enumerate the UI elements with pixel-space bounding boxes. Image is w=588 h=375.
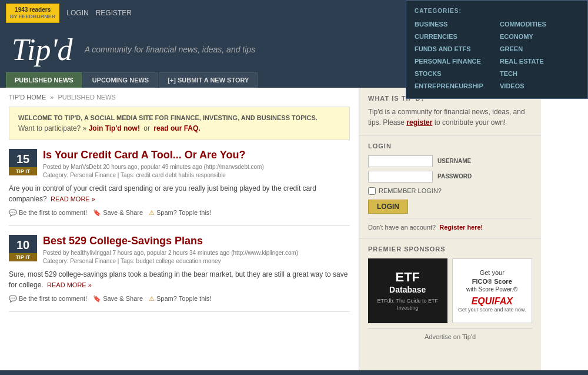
article-1: 15 TIP IT Is Your Credit Card A Tool... … xyxy=(9,149,350,226)
article-1-read-more[interactable]: READ MORE » xyxy=(51,195,95,203)
logo-tagline: A community for financial news, ideas, a… xyxy=(85,45,256,54)
feedburner-button[interactable]: 1943 readers BY FEEDBURNER xyxy=(6,4,59,23)
feedburner-sub: BY FEEDBURNER xyxy=(10,14,55,21)
equifax-rate: Get your score and rate now. xyxy=(458,307,526,313)
cat-funds[interactable]: FUNDS AND ETFS xyxy=(415,44,494,54)
sponsors-grid: ETF Database ETFdb: The Guide to ETF Inv… xyxy=(368,258,532,323)
username-input[interactable] xyxy=(368,155,433,167)
article-2-category: Category: Personal Finance | Tags: budge… xyxy=(43,258,298,264)
breadcrumb-current: PUBLISHED NEWS xyxy=(58,94,115,101)
register-link[interactable]: REGISTER xyxy=(96,9,132,17)
join-link[interactable]: Join Tip'd now! xyxy=(89,124,140,132)
cat-stocks[interactable]: STOCKS xyxy=(415,68,494,79)
fico-line2: FICO® Score xyxy=(472,277,512,286)
advertise-link[interactable]: Advertise on Tip'd xyxy=(368,328,532,345)
nav-upcoming[interactable]: UPCOMING NEWS xyxy=(83,72,158,88)
article-1-category: Category: Personal Finance | Tags: credi… xyxy=(43,172,264,178)
sponsor-etf[interactable]: ETF Database ETFdb: The Guide to ETF Inv… xyxy=(368,258,447,323)
article-2: 10 TIP IT Best 529 College-Savings Plans… xyxy=(9,235,350,312)
categories-label: CATEGORIES: xyxy=(415,8,579,14)
no-account-text: Don't have an account? Register here! xyxy=(368,218,532,231)
welcome-cta-text: Want to participate? » xyxy=(18,124,86,132)
article-2-tip-label[interactable]: TIP IT xyxy=(9,253,37,261)
cat-entrepreneurship[interactable]: ENTREPRENEURSHIP xyxy=(415,81,494,91)
cat-business[interactable]: BUSINESS xyxy=(415,19,494,29)
etf-tagline: ETFdb: The Guide to ETF Investing xyxy=(371,298,445,311)
warn-icon-2: ⚠ xyxy=(149,295,155,303)
sidebar-register-here[interactable]: Register here! xyxy=(439,224,483,231)
article-1-title[interactable]: Is Your Credit Card A Tool... Or Are You… xyxy=(43,149,264,161)
login-section: LOGIN USERNAME PASSWORD REMEMBER LOGIN? … xyxy=(359,135,541,238)
cat-green[interactable]: GREEN xyxy=(500,44,579,54)
article-1-actions: 💬 Be the first to comment! 🔖 Save & Shar… xyxy=(9,209,350,217)
categories-dropdown: CATEGORIES: BUSINESS COMMODITIES CURRENC… xyxy=(406,0,588,99)
save-icon-1: 🔖 xyxy=(93,209,101,217)
article-2-read-more[interactable]: READ MORE » xyxy=(47,281,92,288)
sponsor-equifax[interactable]: Get your FICO® Score with Score Power.® … xyxy=(452,258,533,323)
save-icon-2: 🔖 xyxy=(93,295,101,303)
article-2-comment[interactable]: 💬 Be the first to comment! xyxy=(9,295,87,303)
article-1-save[interactable]: 🔖 Save & Share xyxy=(93,209,143,217)
breadcrumb-home[interactable]: TIP'D HOME xyxy=(9,94,46,101)
cat-tech[interactable]: TECH xyxy=(500,68,579,79)
password-input[interactable] xyxy=(368,171,433,182)
or-text: or xyxy=(143,124,150,132)
equifax-brand: EQUIFAX xyxy=(472,296,513,307)
article-1-score-block: 15 TIP IT xyxy=(9,149,37,175)
fico-line3: with Score Power.® xyxy=(466,286,517,293)
article-2-header: Best 529 College-Savings Plans Posted by… xyxy=(43,235,298,264)
content-area: TIP'D HOME » PUBLISHED NEWS WELCOME TO T… xyxy=(0,88,359,370)
article-2-score-block: 10 TIP IT xyxy=(9,235,37,261)
sponsors-title: PREMIER SPONSORS xyxy=(368,245,532,253)
cat-real-estate[interactable]: REAL ESTATE xyxy=(500,56,579,67)
remember-checkbox[interactable] xyxy=(368,187,376,195)
article-2-spam[interactable]: ⚠ Spam? Topple this! xyxy=(149,295,211,303)
breadcrumb: TIP'D HOME » PUBLISHED NEWS xyxy=(9,94,350,101)
comment-icon-2: 💬 xyxy=(9,295,17,303)
header-top-left: 1943 readers BY FEEDBURNER LOGIN REGISTE… xyxy=(6,4,132,23)
article-2-save[interactable]: 🔖 Save & Share xyxy=(93,295,143,303)
article-1-excerpt: Are you in control of your credit card s… xyxy=(9,183,350,204)
logo-text[interactable]: Tip'd xyxy=(12,32,73,67)
remember-label: REMEMBER LOGIN? xyxy=(379,187,442,194)
password-row: PASSWORD xyxy=(368,171,532,182)
login-link[interactable]: LOGIN xyxy=(66,9,88,17)
nav-published[interactable]: PUBLISHED NEWS xyxy=(6,72,82,88)
cat-videos[interactable]: VIDEOS xyxy=(500,81,579,91)
username-row: USERNAME xyxy=(368,155,532,167)
cat-economy[interactable]: ECONOMY xyxy=(500,31,579,42)
login-title: LOGIN xyxy=(368,142,532,150)
article-2-actions: 💬 Be the first to comment! 🔖 Save & Shar… xyxy=(9,295,350,303)
faq-link[interactable]: read our FAQ. xyxy=(153,124,200,132)
etf-subtitle: Database xyxy=(389,285,426,294)
article-1-header: Is Your Credit Card A Tool... Or Are You… xyxy=(43,149,264,178)
categories-grid: BUSINESS COMMODITIES CURRENCIES ECONOMY … xyxy=(415,19,579,91)
article-1-comment[interactable]: 💬 Be the first to comment! xyxy=(9,209,87,217)
what-is-text: Tip'd is a community for financial news,… xyxy=(368,107,532,128)
cat-commodities[interactable]: COMMODITIES xyxy=(500,19,579,29)
cat-personal-finance[interactable]: PERSONAL FINANCE xyxy=(415,56,494,67)
sidebar-register-link[interactable]: register xyxy=(406,118,432,127)
article-1-spam[interactable]: ⚠ Spam? Topple this! xyxy=(149,209,211,217)
fico-line1: Get your xyxy=(480,268,505,277)
article-1-tip-label[interactable]: TIP IT xyxy=(9,167,37,175)
login-button[interactable]: LOGIN xyxy=(368,200,408,214)
sponsors-section: PREMIER SPONSORS ETF Database ETFdb: The… xyxy=(359,238,541,352)
feedburner-readers: 1943 readers xyxy=(10,6,55,14)
article-2-score: 10 xyxy=(9,235,37,253)
nav-submit[interactable]: [+] SUBMIT A NEW STORY xyxy=(159,72,258,88)
top-wrapper: 1943 readers BY FEEDBURNER LOGIN REGISTE… xyxy=(0,0,588,88)
breadcrumb-separator: » xyxy=(50,94,54,101)
remember-row: REMEMBER LOGIN? xyxy=(368,187,532,195)
welcome-cta: Want to participate? » Join Tip'd now! o… xyxy=(18,124,340,132)
article-1-meta: Posted by ManVsDebt 20 hours ago, popula… xyxy=(43,164,264,170)
welcome-title: WELCOME TO TIP'D, A SOCIAL MEDIA SITE FO… xyxy=(18,114,340,121)
article-2-excerpt: Sure, most 529 college-savings plans too… xyxy=(9,269,350,290)
article-2-meta: Posted by healthylivinggal 7 hours ago, … xyxy=(43,250,298,256)
article-2-title[interactable]: Best 529 College-Savings Plans xyxy=(43,235,298,247)
welcome-box: WELCOME TO TIP'D, A SOCIAL MEDIA SITE FO… xyxy=(9,107,350,140)
sidebar: WHAT IS TIP'D? Tip'd is a community for … xyxy=(359,88,541,370)
username-label: USERNAME xyxy=(437,158,471,164)
comment-icon-1: 💬 xyxy=(9,209,17,217)
cat-currencies[interactable]: CURRENCIES xyxy=(415,31,494,42)
